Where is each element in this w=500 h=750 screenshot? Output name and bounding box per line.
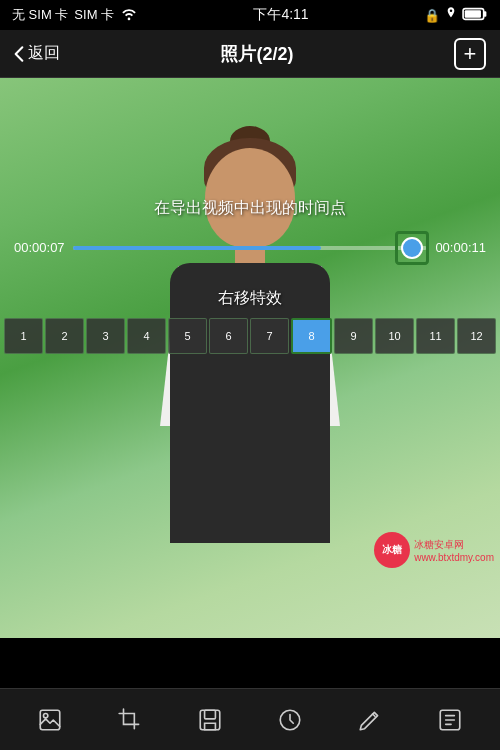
- timeline-row: 00:00:07 00:00:11: [0, 240, 500, 255]
- status-time: 下午4:11: [253, 6, 308, 24]
- crop-tool-button[interactable]: [108, 698, 152, 742]
- photo-tool-button[interactable]: [28, 698, 72, 742]
- battery-icon: [462, 7, 488, 24]
- sim-text: SIM 卡: [74, 6, 114, 24]
- frame-cell-12[interactable]: 12: [457, 318, 496, 354]
- frame-cell-11[interactable]: 11: [416, 318, 455, 354]
- watermark-logo: 冰糖: [374, 532, 410, 568]
- svg-rect-1: [484, 11, 487, 16]
- bottom-toolbar: [0, 688, 500, 750]
- frame-cell-8[interactable]: 8: [291, 318, 332, 354]
- frame-cell-3[interactable]: 3: [86, 318, 125, 354]
- time-label: 在导出视频中出现的时间点: [154, 198, 346, 219]
- slider-thumb[interactable]: [401, 237, 423, 259]
- back-button[interactable]: 返回: [14, 43, 60, 64]
- pen-tool-button[interactable]: [348, 698, 392, 742]
- time-end: 00:00:11: [435, 240, 486, 255]
- watermark-site: www.btxtdmy.com: [414, 552, 494, 563]
- person-figure: [120, 118, 380, 638]
- edit-tool-button[interactable]: [428, 698, 472, 742]
- slider-track[interactable]: [73, 246, 428, 250]
- frame-cell-10[interactable]: 10: [375, 318, 414, 354]
- svg-rect-2: [465, 10, 481, 18]
- frame-cell-9[interactable]: 9: [334, 318, 373, 354]
- time-start: 00:00:07: [14, 240, 65, 255]
- status-bar: 无 SIM 卡 SIM 卡 下午4:11 🔒: [0, 0, 500, 30]
- carrier-text: 无 SIM 卡: [12, 6, 68, 24]
- svg-rect-3: [40, 710, 60, 730]
- svg-point-4: [44, 713, 48, 717]
- watermark: 冰糖 冰糖安卓网 www.btxtdmy.com: [368, 530, 500, 570]
- svg-rect-6: [205, 710, 216, 719]
- status-left: 无 SIM 卡 SIM 卡: [12, 6, 138, 24]
- status-right: 🔒: [424, 7, 488, 24]
- page-title: 照片(2/2): [220, 42, 293, 66]
- wifi-icon: [120, 7, 138, 24]
- watermark-brand: 冰糖安卓网: [414, 538, 494, 552]
- frame-cell-2[interactable]: 2: [45, 318, 84, 354]
- clock-tool-button[interactable]: [268, 698, 312, 742]
- frame-cell-5[interactable]: 5: [168, 318, 207, 354]
- frame-strip: 123456789101112: [0, 318, 500, 354]
- frame-cell-4[interactable]: 4: [127, 318, 166, 354]
- save-tool-button[interactable]: [188, 698, 232, 742]
- slider-fill: [73, 246, 321, 250]
- svg-rect-5: [200, 710, 220, 730]
- frame-cell-7[interactable]: 7: [250, 318, 289, 354]
- nav-bar: 返回 照片(2/2) +: [0, 30, 500, 78]
- location-icon: [446, 7, 456, 24]
- back-label: 返回: [28, 43, 60, 64]
- slider-thumb-wrapper: [395, 231, 429, 265]
- move-label: 右移特效: [218, 288, 282, 309]
- add-icon: +: [464, 41, 477, 67]
- frame-cell-6[interactable]: 6: [209, 318, 248, 354]
- photo-container: 在导出视频中出现的时间点 00:00:07 00:00:11 右移特效 1234…: [0, 78, 500, 638]
- frame-cell-1[interactable]: 1: [4, 318, 43, 354]
- add-button[interactable]: +: [454, 38, 486, 70]
- lock-icon: 🔒: [424, 8, 440, 23]
